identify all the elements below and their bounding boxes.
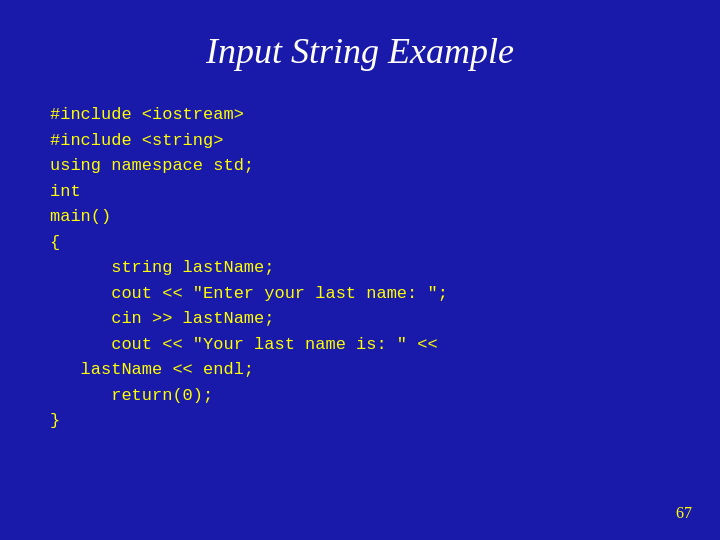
slide-title: Input String Example	[50, 30, 670, 72]
code-line-1: #include <iostream> #include <string> us…	[50, 105, 448, 430]
code-block: #include <iostream> #include <string> us…	[50, 102, 670, 434]
slide: Input String Example #include <iostream>…	[0, 0, 720, 540]
slide-number: 67	[676, 504, 692, 522]
